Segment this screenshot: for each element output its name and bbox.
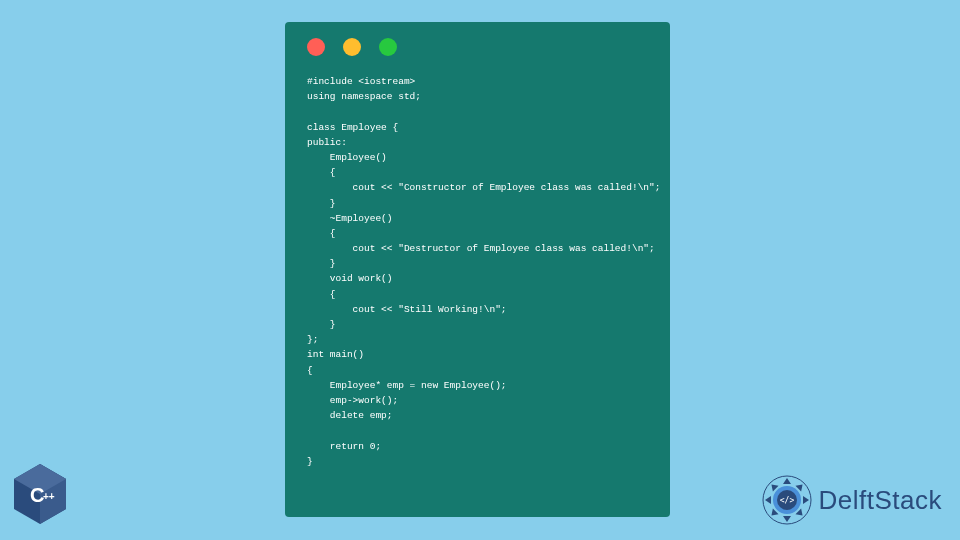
code-content: #include <iostream> using namespace std;… xyxy=(307,74,648,469)
delftstack-emblem-icon: </> xyxy=(761,474,813,526)
svg-text:</>: </> xyxy=(779,496,794,505)
delftstack-logo: </> DelftStack xyxy=(761,474,943,526)
delftstack-name: DelftStack xyxy=(819,485,943,516)
close-icon xyxy=(307,38,325,56)
maximize-icon xyxy=(379,38,397,56)
svg-text:++: ++ xyxy=(43,491,55,502)
cpp-badge-icon: C ++ xyxy=(10,462,70,530)
window-controls xyxy=(307,38,648,56)
minimize-icon xyxy=(343,38,361,56)
code-window: #include <iostream> using namespace std;… xyxy=(285,22,670,517)
